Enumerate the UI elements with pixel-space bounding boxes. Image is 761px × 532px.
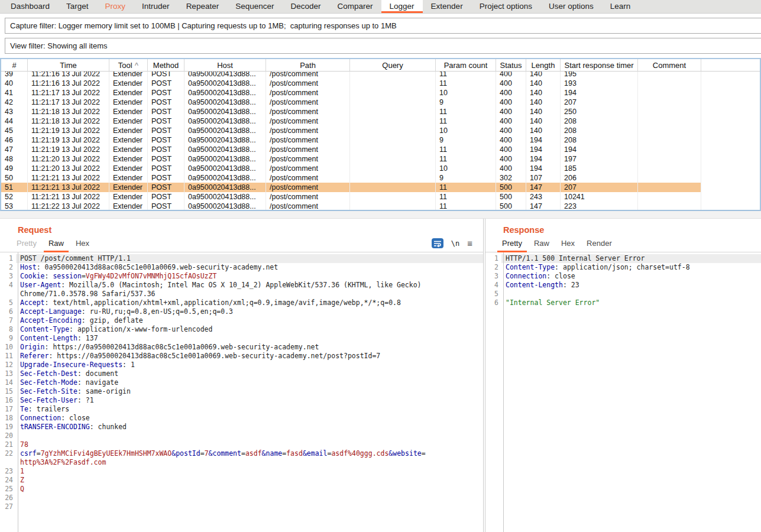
cell-timer: 208 xyxy=(561,126,638,135)
line-content: Content-Length: 137 xyxy=(16,334,483,343)
column-header-tool[interactable]: Tool^ xyxy=(109,59,148,71)
request-editor[interactable]: 1POST /post/comment HTTP/1.12Host: 0a950… xyxy=(0,252,483,532)
cell-params: 9 xyxy=(436,98,496,107)
menu-tab-logger[interactable]: Logger xyxy=(381,0,423,13)
response-tab-render[interactable]: Render xyxy=(581,235,618,252)
cell-num: 46 xyxy=(1,135,28,145)
cell-timer: 193 xyxy=(561,79,638,88)
menu-tab-intruder[interactable]: Intruder xyxy=(134,0,178,13)
table-row[interactable]: 4611:21:19 13 Jul 2022ExtenderPOST0a9500… xyxy=(1,135,701,145)
table-row[interactable]: 5311:21:22 13 Jul 2022ExtenderPOST0a9500… xyxy=(1,202,701,210)
table-body: 3911:21:16 13 Jul 2022ExtenderPOST0a9500… xyxy=(1,72,760,210)
capture-filter-bar[interactable]: Capture filter: Logger memory limit set … xyxy=(5,18,761,34)
table-row[interactable]: 4711:21:19 13 Jul 2022ExtenderPOST0a9500… xyxy=(1,145,701,154)
cell-path: /post/comment xyxy=(266,192,350,202)
cell-comment xyxy=(638,116,701,126)
column-header-comment[interactable]: Comment xyxy=(638,59,701,71)
response-editor[interactable]: 1HTTP/1.1 500 Internal Server Error2Cont… xyxy=(485,252,761,532)
column-header-path[interactable]: Path xyxy=(266,59,350,71)
line-content: Sec-Fetch-Dest: document xyxy=(16,369,483,378)
line-content: Accept-Encoding: gzip, deflate xyxy=(16,316,483,325)
cell-path: /post/comment xyxy=(266,98,350,107)
code-line: 8Content-Type: application/x-www-form-ur… xyxy=(0,325,483,334)
request-tab-raw[interactable]: Raw xyxy=(43,235,70,252)
menu-tab-extender[interactable]: Extender xyxy=(423,0,471,13)
table-header-row: #TimeTool^MethodHostPathQueryParam count… xyxy=(1,59,760,72)
cell-num: 40 xyxy=(1,79,28,88)
line-number: 18 xyxy=(0,414,15,423)
column-header-time[interactable]: Time xyxy=(28,59,109,71)
table-row[interactable]: 4811:21:20 13 Jul 2022ExtenderPOST0a9500… xyxy=(1,154,701,164)
table-row[interactable]: 4011:21:16 13 Jul 2022ExtenderPOST0a9500… xyxy=(1,79,701,88)
column-header-status[interactable]: Status xyxy=(496,59,526,71)
table-row[interactable]: 4411:21:18 13 Jul 2022ExtenderPOST0a9500… xyxy=(1,116,701,126)
cell-query xyxy=(350,192,436,202)
menu-tab-dashboard[interactable]: Dashboard xyxy=(2,0,58,13)
menu-tab-proxy[interactable]: Proxy xyxy=(97,0,134,13)
cell-timer: 194 xyxy=(561,88,638,98)
cell-num: 48 xyxy=(1,154,28,164)
menu-tab-repeater[interactable]: Repeater xyxy=(178,0,228,13)
response-tab-pretty[interactable]: Pretty xyxy=(496,235,528,252)
table-row[interactable]: 4911:21:20 13 Jul 2022ExtenderPOST0a9500… xyxy=(1,164,701,173)
cell-num: 39 xyxy=(1,72,28,79)
code-line: 17Te: trailers xyxy=(0,405,483,414)
table-row[interactable]: 5111:21:21 13 Jul 2022ExtenderPOST0a9500… xyxy=(1,183,701,192)
message-editors: Request PrettyRawHex \n ≡ 1POST /post/co… xyxy=(0,219,761,532)
table-horizontal-scrollbar[interactable] xyxy=(0,211,761,219)
request-tab-pretty[interactable]: Pretty xyxy=(11,235,43,252)
menu-tab-user-options[interactable]: User options xyxy=(540,0,602,13)
menu-tab-comparer[interactable]: Comparer xyxy=(329,0,381,13)
cell-comment xyxy=(638,183,701,192)
line-content: "Internal Server Error" xyxy=(501,299,761,307)
column-header-start-response-timer[interactable]: Start response timer xyxy=(561,59,638,71)
cell-query xyxy=(350,145,436,154)
cell-path: /post/comment xyxy=(266,135,350,145)
table-row[interactable]: 5011:21:21 13 Jul 2022ExtenderPOST0a9500… xyxy=(1,173,701,183)
cell-method: POST xyxy=(148,192,184,202)
column-header-query[interactable]: Query xyxy=(350,59,436,71)
word-wrap-toggle-icon[interactable] xyxy=(432,238,443,248)
response-tab-raw[interactable]: Raw xyxy=(528,235,555,252)
line-number: 11 xyxy=(0,352,15,361)
newline-toggle-icon[interactable]: \n xyxy=(451,239,459,248)
menu-tab-target[interactable]: Target xyxy=(58,0,97,13)
menu-tab-sequencer[interactable]: Sequencer xyxy=(227,0,282,13)
column-header-host[interactable]: Host xyxy=(184,59,266,71)
response-tab-hex[interactable]: Hex xyxy=(555,235,581,252)
column-header-param-count[interactable]: Param count xyxy=(436,59,496,71)
sort-asc-icon: ^ xyxy=(135,61,138,69)
cell-num: 53 xyxy=(1,202,28,210)
cell-timer: 197 xyxy=(561,154,638,164)
line-number: 3 xyxy=(0,272,15,281)
cell-path: /post/comment xyxy=(266,72,350,79)
column-header-length[interactable]: Length xyxy=(526,59,561,71)
table-row[interactable]: 3911:21:16 13 Jul 2022ExtenderPOST0a9500… xyxy=(1,72,701,79)
cell-host: 0a9500020413d88... xyxy=(184,72,266,79)
cell-timer: 208 xyxy=(561,116,638,126)
cell-path: /post/comment xyxy=(266,173,350,183)
menu-tab-learn[interactable]: Learn xyxy=(602,0,639,13)
cell-path: /post/comment xyxy=(266,107,350,116)
table-row[interactable]: 4511:21:19 13 Jul 2022ExtenderPOST0a9500… xyxy=(1,126,701,135)
table-row[interactable]: 4311:21:18 13 Jul 2022ExtenderPOST0a9500… xyxy=(1,107,701,116)
code-line: 5Accept: text/html,application/xhtml+xml… xyxy=(0,299,483,307)
cell-method: POST xyxy=(148,164,184,173)
table-row[interactable]: 5211:21:21 13 Jul 2022ExtenderPOST0a9500… xyxy=(1,192,701,202)
cell-comment xyxy=(638,135,701,145)
cell-comment xyxy=(638,192,701,202)
column-header-method[interactable]: Method xyxy=(148,59,184,71)
menu-tab-project-options[interactable]: Project options xyxy=(471,0,540,13)
view-filter-bar[interactable]: View filter: Showing all items xyxy=(5,38,761,54)
column-header--[interactable]: # xyxy=(1,59,28,71)
cell-path: /post/comment xyxy=(266,183,350,192)
menu-tab-decoder[interactable]: Decoder xyxy=(282,0,329,13)
cell-tool: Extender xyxy=(109,126,148,135)
request-tab-hex[interactable]: Hex xyxy=(70,235,95,252)
cell-path: /post/comment xyxy=(266,116,350,126)
table-row[interactable]: 4111:21:17 13 Jul 2022ExtenderPOST0a9500… xyxy=(1,88,701,98)
cell-method: POST xyxy=(148,154,184,164)
editor-menu-icon[interactable]: ≡ xyxy=(467,241,472,246)
table-row[interactable]: 4211:21:17 13 Jul 2022ExtenderPOST0a9500… xyxy=(1,98,701,107)
cell-params: 9 xyxy=(436,135,496,145)
